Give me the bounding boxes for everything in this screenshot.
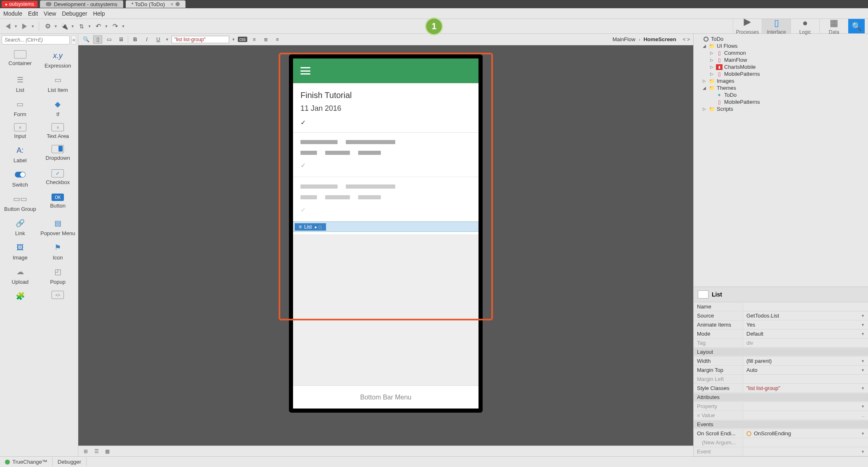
underline-button[interactable]: U: [154, 35, 163, 44]
widget-block[interactable]: 🧩: [2, 288, 39, 304]
tab-processes[interactable]: ⯈Processes: [733, 19, 762, 33]
dropdown-icon[interactable]: ▼: [88, 24, 91, 28]
bold-button[interactable]: B: [131, 35, 140, 44]
menu-help[interactable]: Help: [93, 10, 105, 17]
css-badge[interactable]: css: [238, 37, 247, 42]
widget-form[interactable]: ▭Form: [2, 96, 39, 120]
list-item[interactable]: ✓: [293, 177, 479, 222]
widget-popover[interactable]: ▤Popover Menu: [40, 215, 77, 239]
widgets-view-button[interactable]: ⊞: [82, 448, 90, 455]
menu-edit[interactable]: Edit: [28, 10, 38, 17]
align-center-button[interactable]: ≣: [261, 35, 270, 44]
prop-onscrollending[interactable]: On Scroll Endi...OnScrollEnding▼: [694, 429, 868, 438]
tree-mainflow[interactable]: ▷▯MainFlow: [694, 56, 867, 63]
tree-view-button[interactable]: ☰: [92, 448, 101, 455]
prop-mode[interactable]: ModeDefault▼: [694, 329, 868, 339]
widget-popup[interactable]: ◰Popup: [40, 264, 77, 287]
align-right-button[interactable]: ≡: [273, 35, 282, 44]
menu-module[interactable]: Module: [3, 10, 22, 17]
widget-textarea[interactable]: aText Area: [40, 121, 77, 142]
dropdown-icon[interactable]: ▼: [232, 37, 235, 42]
menu-debugger[interactable]: Debugger: [62, 10, 87, 17]
dropdown-icon[interactable]: ▼: [105, 24, 108, 28]
widget-checkbox[interactable]: ✓Checkbox: [40, 167, 77, 190]
code-view-toggle[interactable]: < >: [683, 37, 690, 42]
dropdown-icon[interactable]: ▼: [71, 24, 75, 28]
tab-interface[interactable]: ▯Interface: [762, 19, 791, 33]
close-icon[interactable]: ×: [171, 2, 173, 7]
prop-source[interactable]: SourceGetTodos.List▼: [694, 311, 868, 320]
align-left-button[interactable]: ≡: [250, 35, 259, 44]
prop-animate[interactable]: Animate ItemsYes▼: [694, 320, 868, 329]
tree-common[interactable]: ▷▯Common: [694, 49, 867, 56]
canvas[interactable]: Finish Tutorial 11 Jan 2016 ✓ ✓: [78, 45, 693, 446]
prop-tag[interactable]: Tagdiv: [694, 339, 868, 348]
tree-uiflows[interactable]: ◢📁UI Flows: [694, 42, 867, 49]
widget-switch[interactable]: Switch: [2, 167, 39, 190]
toolbox-search-input[interactable]: [2, 35, 70, 44]
dropdown-icon[interactable]: ▼: [122, 24, 125, 28]
tree-root[interactable]: ToDo: [694, 35, 867, 42]
widget-if[interactable]: ◆If: [40, 96, 77, 120]
widget-link[interactable]: 🔗Link: [2, 215, 39, 239]
widget-icon[interactable]: ⚑Icon: [40, 240, 77, 263]
tree-theme-patterns[interactable]: ▯MobilePatterns: [694, 98, 867, 105]
empty-area[interactable]: [293, 234, 479, 385]
dropdown-icon[interactable]: ▼: [165, 37, 169, 42]
connection-button[interactable]: [60, 22, 69, 31]
grid-view-button[interactable]: ▦: [103, 448, 111, 455]
screen-content[interactable]: Finish Tutorial 11 Jan 2016 ✓ ✓: [293, 83, 479, 234]
compare-button[interactable]: [77, 22, 86, 31]
widget-input[interactable]: aInput: [2, 121, 39, 142]
prop-margin-left[interactable]: Margin Left: [694, 375, 868, 384]
tab-todo[interactable]: * ToDo (ToDo)×: [126, 0, 186, 8]
widget-label[interactable]: A:Label: [2, 142, 39, 166]
list-item[interactable]: ✓: [293, 133, 479, 177]
tree-scripts[interactable]: ▷📁Scripts: [694, 105, 867, 112]
prop-value[interactable]: = Value...: [694, 411, 868, 420]
tree-charts[interactable]: ▷▮ChartsMobile: [694, 63, 867, 70]
hamburger-icon[interactable]: [300, 67, 310, 75]
undo-button[interactable]: [94, 22, 103, 31]
element-tree[interactable]: ToDo ◢📁UI Flows ▷▯Common ▷▯MainFlow ▷▮Ch…: [694, 34, 868, 287]
global-search-button[interactable]: 🔍: [848, 19, 865, 33]
widget-upload[interactable]: ☁Upload: [2, 264, 39, 287]
tab-data[interactable]: ▦Data: [819, 19, 848, 33]
widget-list[interactable]: ☰List: [2, 72, 39, 96]
widget-button[interactable]: OKButton: [40, 191, 77, 215]
list-widget-selection[interactable]: ≡List ● ◌: [293, 222, 479, 232]
settings-button[interactable]: [43, 22, 52, 31]
prop-width[interactable]: Width(fill parent)▼: [694, 357, 868, 366]
widget-container[interactable]: Container: [2, 48, 39, 71]
prop-margin-top[interactable]: Margin TopAuto▼: [694, 366, 868, 375]
widget-list-item[interactable]: ▭List Item: [40, 72, 77, 96]
tree-mobilepatterns[interactable]: ▷▯MobilePatterns: [694, 70, 867, 77]
prop-event[interactable]: Event▼: [694, 447, 868, 456]
prop-property[interactable]: Property▼: [694, 402, 868, 411]
prop-style-classes[interactable]: Style Classes"list list-group"▼: [694, 384, 868, 393]
redo-button[interactable]: [111, 22, 120, 31]
dropdown-icon[interactable]: ▼: [31, 24, 35, 28]
widget-expression[interactable]: x.yExpression: [40, 48, 77, 71]
breadcrumb-screen[interactable]: HomeScreen: [643, 36, 676, 42]
prop-new-argument[interactable]: (New Argum...: [694, 438, 868, 447]
nav-back-button[interactable]: [3, 22, 12, 31]
style-classes-input[interactable]: [171, 36, 229, 43]
device-tablet-button[interactable]: ▭: [105, 35, 114, 44]
widget-image[interactable]: 🖼Image: [2, 240, 39, 263]
dropdown-icon[interactable]: ▼: [14, 24, 18, 28]
tree-themes[interactable]: ◢📁Themes: [694, 84, 867, 91]
menu-view[interactable]: View: [44, 10, 56, 17]
bottom-bar-placeholder[interactable]: Bottom Bar Menu: [293, 385, 479, 409]
tab-logic[interactable]: ●Logic: [791, 19, 819, 33]
debugger-tab[interactable]: Debugger: [53, 458, 87, 466]
widget-dropdown[interactable]: Dropdown: [40, 142, 77, 166]
widget-button-group[interactable]: ▭▭Button Group: [2, 191, 39, 215]
breadcrumb-flow[interactable]: MainFlow: [612, 36, 636, 42]
device-phone-button[interactable]: ▯: [93, 35, 102, 44]
truechange-tab[interactable]: TrueChange™: [0, 458, 53, 466]
tree-images[interactable]: ▷📁Images: [694, 77, 867, 84]
collapse-toolbox-button[interactable]: «: [71, 35, 76, 44]
dropdown-icon[interactable]: ▼: [54, 24, 58, 28]
widget-html[interactable]: <>: [40, 288, 77, 304]
